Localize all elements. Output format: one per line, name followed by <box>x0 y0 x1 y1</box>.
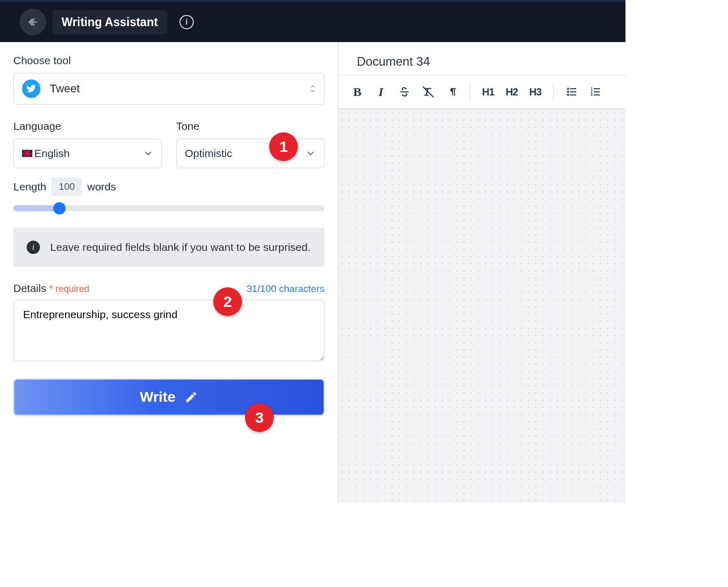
bullet-list-icon <box>565 86 578 98</box>
twitter-icon <box>22 80 41 98</box>
clear-format-icon <box>421 85 435 99</box>
slider-thumb[interactable] <box>53 202 66 214</box>
strikethrough-button[interactable] <box>394 82 415 102</box>
language-value: English <box>34 147 70 160</box>
strikethrough-icon <box>398 86 411 98</box>
write-button[interactable]: Write 3 <box>13 379 325 416</box>
paragraph-button[interactable] <box>441 82 462 102</box>
svg-rect-8 <box>594 91 600 92</box>
tool-select[interactable]: Tweet <box>13 73 325 105</box>
info-icon: i <box>186 17 188 27</box>
h1-button[interactable]: H1 <box>477 82 499 102</box>
pilcrow-icon <box>446 86 457 97</box>
svg-point-2 <box>567 91 569 93</box>
length-unit: words <box>87 181 116 193</box>
language-select[interactable]: English <box>13 139 162 168</box>
svg-rect-4 <box>570 88 576 89</box>
tone-label: Tone <box>176 120 325 132</box>
details-label: Details <box>13 282 46 295</box>
bullet-list-button[interactable] <box>561 82 582 102</box>
choose-tool-label: Choose tool <box>13 54 325 67</box>
length-slider[interactable] <box>13 202 325 214</box>
slider-fill <box>13 205 59 211</box>
clear-format-button[interactable] <box>417 82 439 102</box>
svg-rect-7 <box>594 88 600 89</box>
editor-canvas[interactable] <box>338 109 625 503</box>
app-title: Writing Assistant <box>52 10 167 34</box>
svg-rect-5 <box>570 91 576 92</box>
info-banner: i Leave required fields blank if you wan… <box>13 228 325 267</box>
arrow-left-icon <box>27 16 39 28</box>
numbered-list-icon: 123 <box>589 86 601 98</box>
chevron-down-icon <box>143 148 153 159</box>
bold-button[interactable]: B <box>347 82 368 102</box>
pencil-icon <box>185 390 198 404</box>
svg-rect-6 <box>570 94 576 95</box>
svg-rect-9 <box>594 94 600 95</box>
config-panel: Choose tool Tweet Language English <box>0 42 338 503</box>
write-button-label: Write <box>140 389 176 405</box>
svg-point-3 <box>567 94 569 96</box>
uk-flag-icon <box>22 150 32 157</box>
h2-button[interactable]: H2 <box>501 82 522 102</box>
details-textarea[interactable] <box>13 300 325 361</box>
details-required: * required <box>49 284 89 295</box>
annotation-badge-3: 3 <box>245 403 274 432</box>
document-title[interactable]: Document 34 <box>357 54 607 69</box>
h3-button[interactable]: H3 <box>524 82 546 102</box>
length-input[interactable] <box>51 178 82 196</box>
editor-toolbar: B I H1 H2 H3 123 <box>338 75 625 109</box>
details-charcount: 31/100 characters <box>247 283 325 295</box>
italic-button[interactable]: I <box>370 82 392 102</box>
chevron-down-icon <box>306 148 316 159</box>
document-panel: Document 34 B I H1 H2 H3 123 <box>338 42 625 503</box>
numbered-list-button[interactable]: 123 <box>584 82 606 102</box>
language-label: Language <box>13 120 162 132</box>
toolbar-separator <box>470 83 470 101</box>
length-label: Length <box>13 181 46 193</box>
info-text: Leave required fields blank if you want … <box>50 239 311 256</box>
info-icon: i <box>27 241 40 254</box>
header-info-button[interactable]: i <box>179 15 194 29</box>
tone-select[interactable]: Optimistic <box>176 139 325 168</box>
svg-text:3: 3 <box>591 93 593 96</box>
app-header: Writing Assistant i <box>0 0 625 42</box>
sort-caret-icon <box>310 84 316 93</box>
svg-point-1 <box>567 88 569 90</box>
toolbar-separator <box>553 83 554 101</box>
tone-value: Optimistic <box>185 147 232 160</box>
tool-name: Tweet <box>50 82 80 95</box>
back-button[interactable] <box>19 9 46 35</box>
